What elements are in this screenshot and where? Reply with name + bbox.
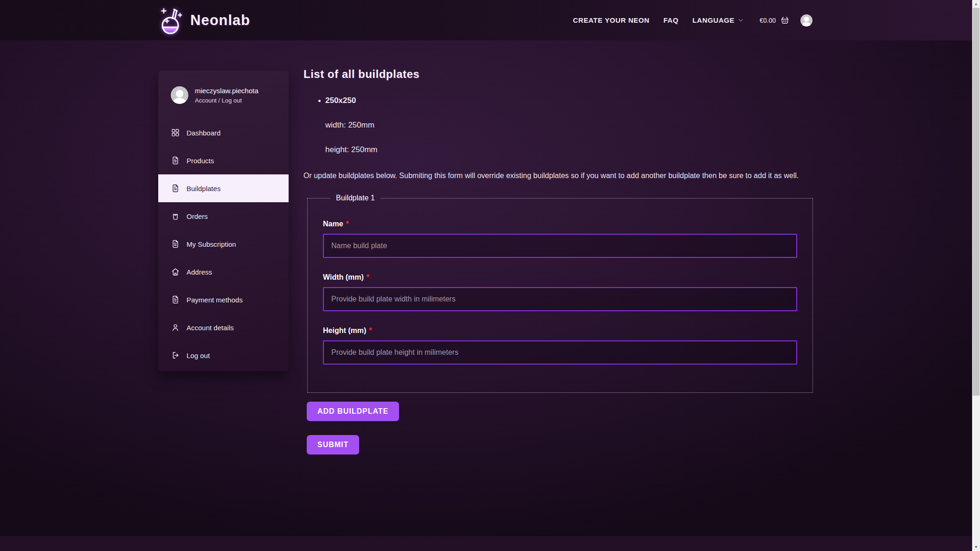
sidebar-item-dashboard[interactable]: Dashboard xyxy=(158,119,289,147)
name-label: Name* xyxy=(323,220,797,228)
sidebar-item-account-details[interactable]: Account details xyxy=(158,314,289,341)
height-input[interactable] xyxy=(323,340,797,365)
buildplate-width: width: 250mm xyxy=(303,121,813,130)
cart-total: €0.00 xyxy=(760,17,776,24)
nav-create-your-neon[interactable]: CREATE YOUR NEON xyxy=(573,16,650,24)
width-label: Width (mm)* xyxy=(323,273,797,282)
sidebar-menu: Dashboard Products Buildplates Orders My… xyxy=(158,119,289,369)
flask-logo-icon xyxy=(160,6,182,35)
required-asterisk: * xyxy=(346,220,349,228)
sidebar-item-products[interactable]: Products xyxy=(158,147,289,174)
scroll-up-arrow-icon[interactable]: ▲ xyxy=(972,0,980,8)
cart-button[interactable]: €0.00 xyxy=(760,15,790,25)
logout-icon xyxy=(171,351,180,360)
fieldset-legend: Buildplate 1 xyxy=(330,194,380,202)
sidebar-item-payment-methods[interactable]: Payment methods xyxy=(158,286,289,314)
height-label: Height (mm)* xyxy=(323,327,797,335)
add-buildplate-button[interactable]: ADD BUILDPLATE xyxy=(307,402,399,421)
main-nav: CREATE YOUR NEON FAQ LANGUAGE xyxy=(573,16,744,24)
sidebar-item-log-out[interactable]: Log out xyxy=(158,341,289,369)
sidebar-item-my-subscription[interactable]: My Subscription xyxy=(158,230,289,258)
width-input[interactable] xyxy=(323,287,797,311)
buildplate-list: 250x250 width: 250mm height: 250mm xyxy=(303,96,813,154)
chevron-down-icon xyxy=(738,17,744,23)
brand[interactable]: Neonlab xyxy=(160,6,250,35)
sidebar-item-orders[interactable]: Orders xyxy=(158,202,289,230)
buildplate-height: height: 250mm xyxy=(303,145,813,154)
sidebar-item-buildplates[interactable]: Buildplates xyxy=(158,174,289,202)
home-icon xyxy=(171,267,180,276)
shopping-basket-icon xyxy=(780,15,790,25)
info-text: Or update buildplates below. Submiting t… xyxy=(303,169,813,183)
vertical-scrollbar[interactable]: ▲ ▼ xyxy=(972,0,980,551)
file-icon xyxy=(171,184,180,193)
user-icon xyxy=(171,323,180,332)
shopping-bag-icon xyxy=(171,211,180,221)
top-header: Neonlab CREATE YOUR NEON FAQ LANGUAGE €0… xyxy=(0,0,972,40)
sidebar-avatar xyxy=(171,86,188,104)
account-sidebar: mieczyslaw.piechota Account / Log out Da… xyxy=(158,70,289,371)
page-title: List of all buildplates xyxy=(303,68,813,81)
footer-strip xyxy=(0,536,980,551)
file-icon xyxy=(171,239,180,249)
scrollbar-thumb[interactable] xyxy=(973,8,980,396)
buildplate-name: 250x250 xyxy=(303,96,813,105)
grid-icon xyxy=(171,128,180,137)
nav-faq[interactable]: FAQ xyxy=(664,16,679,24)
submit-button[interactable]: SUBMIT xyxy=(307,435,359,455)
sidebar-account-links[interactable]: Account / Log out xyxy=(195,97,258,104)
sidebar-item-address[interactable]: Address xyxy=(158,258,289,286)
file-icon xyxy=(171,156,180,165)
sidebar-username: mieczyslaw.piechota xyxy=(195,87,258,95)
brand-title: Neonlab xyxy=(190,12,250,29)
buildplate-fieldset: Buildplate 1 Name* Width (mm)* Height (m… xyxy=(307,194,813,393)
name-input[interactable] xyxy=(323,234,797,258)
sidebar-user-block: mieczyslaw.piechota Account / Log out xyxy=(158,70,289,116)
main-content: List of all buildplates 250x250 width: 2… xyxy=(303,68,813,455)
scroll-down-arrow-icon[interactable]: ▼ xyxy=(972,543,980,551)
user-avatar[interactable] xyxy=(800,14,812,26)
required-asterisk: * xyxy=(369,327,372,334)
required-asterisk: * xyxy=(367,273,369,281)
nav-language[interactable]: LANGUAGE xyxy=(692,16,744,24)
file-icon xyxy=(171,295,180,304)
